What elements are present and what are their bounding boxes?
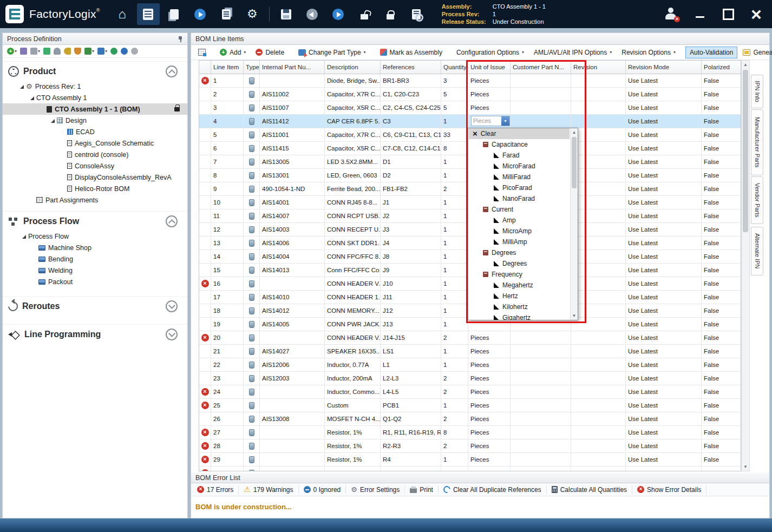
table-row[interactable]: 29Resistor, 1%R41PiecesUse LatestFalse (199, 453, 741, 467)
column-header-polarized[interactable]: Polarized (702, 61, 741, 74)
maximize-button[interactable] (720, 6, 736, 22)
table-row[interactable]: 27Resistor, 1%R1, R11, R16-R19, R2...8Pi… (199, 426, 741, 439)
print-icon[interactable]: ▾ (30, 48, 40, 55)
table-row[interactable]: 26AIS13008MOSFET N-CH 4...Q1-Q22PiecesUs… (199, 412, 741, 426)
table-row[interactable]: 23AIS12003Inductor, 200mAL2-L32PiecesUse… (199, 372, 741, 385)
back-icon[interactable] (301, 3, 324, 25)
unit-option-current[interactable]: Current (469, 204, 570, 215)
process-docs-icon[interactable] (163, 3, 186, 25)
unit-option-amp[interactable]: Amp (469, 215, 570, 226)
unit-option-clear[interactable]: Clear (469, 128, 570, 139)
column-header-type[interactable]: Type (244, 61, 260, 74)
product-item-displayconsoleassembly-reva[interactable]: DisplayConsoleAssembly_RevA (3, 172, 187, 183)
column-header-line-item[interactable]: Line Item (211, 61, 244, 74)
package-green-icon[interactable]: ▾ (84, 48, 94, 55)
product-item-cto-assembly-1-1-bom[interactable]: CTO Assembly 1 - 1 (BOM) (3, 103, 187, 115)
unit-option-capacitance[interactable]: Capacitance (469, 139, 570, 150)
flow-item-welding[interactable]: Welding (3, 265, 187, 276)
error-settings-button[interactable]: Error Settings (346, 485, 405, 495)
add-button[interactable]: Add▾ (215, 47, 250, 58)
history-icon[interactable] (121, 48, 128, 55)
product-item-part-assignments[interactable]: Part Assignments (3, 194, 187, 206)
17-errors-button[interactable]: 17 Errors (192, 485, 239, 495)
unit-option-millifarad[interactable]: MilliFarad (469, 172, 570, 182)
aml-avl-alt-ipn-options-button[interactable]: AML/AVL/Alt IPN Options▾ (529, 47, 616, 58)
navigator-icon[interactable] (189, 3, 212, 25)
unit-option-picofarad[interactable]: PicoFarad (469, 182, 570, 193)
configuration-options-button[interactable]: Configuration Options▾ (452, 47, 528, 58)
minimize-button[interactable] (692, 6, 708, 22)
flow-item-process-flow[interactable]: Process Flow (3, 231, 187, 242)
table-row[interactable] (199, 467, 741, 471)
expand-line-programming-button[interactable] (166, 329, 178, 340)
unit-option-megahertz[interactable]: Megahertz (469, 280, 570, 291)
dropdown-scroll-thumb[interactable] (572, 137, 577, 188)
unit-option-kilohertz[interactable]: Kilohertz (469, 301, 570, 312)
forward-icon[interactable] (327, 3, 350, 25)
side-tab-manufacturer-parts[interactable]: Manufacturer Parts (751, 109, 763, 175)
unit-option-gigahertz[interactable]: Gigahertz (469, 312, 570, 320)
column-header-revision[interactable]: Revision (571, 61, 626, 74)
package-blue-icon[interactable]: ▾ (97, 48, 107, 55)
table-row[interactable]: 3AIS11007Capacitor, X5R C...C2, C4-C5, C… (199, 101, 741, 115)
unit-option-farad[interactable]: Farad (469, 150, 570, 161)
product-item-helico-rotor-bom[interactable]: Helico-Rotor BOM (3, 183, 187, 194)
unit-option-nanofarad[interactable]: NanoFarad (469, 193, 570, 204)
flow-item-machine-shop[interactable]: Machine Shop (3, 242, 187, 253)
link-icon[interactable] (20, 48, 27, 55)
expand-reroutes-button[interactable] (166, 300, 178, 312)
documents-icon[interactable] (215, 3, 238, 25)
table-row[interactable]: 1Diode, Bridge, Sw...BR1-BR33PiecesUse L… (199, 74, 741, 88)
unit-option-microamp[interactable]: MicroAmp (469, 226, 570, 237)
collapse-product-button[interactable] (166, 65, 178, 77)
unit-option-degrees[interactable]: Degrees (469, 247, 570, 258)
flow-item-packout[interactable]: Packout (3, 276, 187, 287)
product-item-cto-assembly-1[interactable]: CTO Assembly 1 (3, 92, 187, 103)
product-item-aegis-console-schematic[interactable]: Aegis_Console Schematic (3, 137, 187, 149)
table-row[interactable]: 2AIS11002Capacitor, X7R C...C1, C20-C235… (199, 88, 741, 101)
product-item-centroid-console[interactable]: centroid (console) (3, 149, 187, 160)
side-tab-ipn-info[interactable]: IPN Info (751, 75, 763, 108)
genealogy-button[interactable]: Genealogy (738, 47, 772, 58)
bom-editor-icon[interactable] (137, 3, 160, 25)
column-header-description[interactable]: Description (325, 61, 381, 74)
save-icon[interactable] (275, 3, 298, 25)
scroll-up-icon[interactable]: ▲ (742, 61, 749, 69)
table-row[interactable]: 4AIS11412CAP CER 6.8PF 5...C31Pieces▼Use… (199, 115, 741, 128)
table-row[interactable]: 20CONN HEADER V...J14-J152PiecesUse Late… (199, 331, 741, 345)
dropdown-scrollbar[interactable]: ▲ ▼ (570, 128, 578, 320)
dropdown-scroll-up-icon[interactable]: ▲ (571, 128, 578, 136)
dropdown-scroll-down-icon[interactable]: ▼ (571, 312, 578, 320)
close-button[interactable] (748, 6, 764, 22)
mark-as-assembly-button[interactable]: Mark as Assembly (376, 47, 447, 58)
product-item-consoleassy[interactable]: ConsoleAssy (3, 160, 187, 172)
auto-validation-button[interactable]: Auto-Validation (685, 47, 738, 58)
expander-icon[interactable] (19, 84, 24, 89)
unit-option-microfarad[interactable]: MicroFarad (469, 161, 570, 172)
key-icon[interactable] (64, 48, 71, 55)
flow-item-bending[interactable]: Bending (3, 253, 187, 265)
column-header-quantity[interactable]: Quantity (441, 61, 468, 74)
179-warnings-button[interactable]: 179 Warnings (239, 485, 298, 495)
calculate-all-quantities-button[interactable]: Calculate All Quantities (547, 485, 632, 495)
column-header-customer-part-n[interactable]: Customer Part N... (511, 61, 571, 74)
column-header-unit-of-issue[interactable]: Unit of Issue (468, 61, 511, 74)
scroll-thumb[interactable] (743, 70, 748, 232)
process-flow-section-header[interactable]: Process Flow (3, 211, 187, 231)
line-programming-section-header[interactable]: Line Programming (3, 324, 187, 344)
expander-icon[interactable] (21, 234, 26, 239)
side-tab-vendor-parts[interactable]: Vendor Parts (751, 176, 763, 224)
globe-icon[interactable] (110, 48, 117, 55)
table-row[interactable]: 28Resistor, 1%R2-R32PiecesUse LatestFals… (199, 439, 741, 453)
unlock-icon[interactable] (353, 3, 376, 25)
add-icon[interactable]: ▾ (7, 48, 17, 55)
unit-option-frequency[interactable]: Frequency (469, 269, 570, 280)
table-row[interactable]: 22AIS12006Inductor, 0.77AL11PiecesUse La… (199, 358, 741, 372)
reroutes-section-header[interactable]: Reroutes (3, 296, 187, 316)
column-header-indicator[interactable] (199, 61, 211, 74)
side-tab-alternate-ipn[interactable]: Alternate IPN (751, 227, 763, 275)
unit-of-issue-combobox[interactable]: Pieces▼ (471, 116, 510, 126)
expander-icon[interactable] (50, 118, 55, 123)
user-icon[interactable] (54, 48, 61, 55)
unit-option-milliamp[interactable]: MilliAmp (469, 237, 570, 247)
